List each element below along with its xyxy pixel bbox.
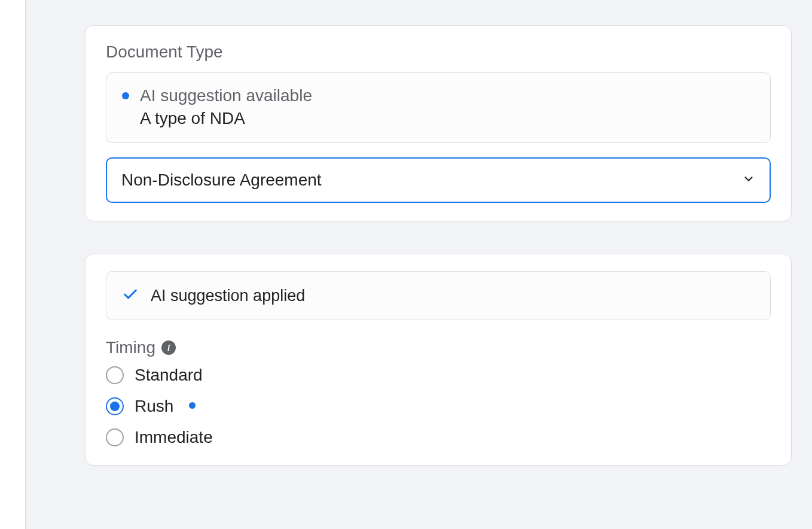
ai-suggestion-applied-text: AI suggestion applied bbox=[151, 287, 305, 305]
timing-card: AI suggestion applied Timing i StandardR… bbox=[85, 254, 792, 466]
radio-button-icon bbox=[106, 428, 124, 446]
document-type-value: Non-Disclosure Agreement bbox=[121, 171, 322, 190]
document-type-select[interactable]: Non-Disclosure Agreement bbox=[106, 157, 771, 203]
radio-inner-dot-icon bbox=[110, 402, 120, 411]
check-icon bbox=[122, 286, 139, 305]
timing-radio-standard[interactable]: Standard bbox=[106, 366, 771, 385]
radio-button-icon bbox=[106, 366, 124, 384]
document-type-label: Document Type bbox=[106, 42, 771, 62]
chevron-down-icon bbox=[742, 172, 755, 188]
timing-radio-immediate[interactable]: Immediate bbox=[106, 428, 771, 447]
timing-radio-group: StandardRushImmediate bbox=[106, 366, 771, 447]
info-icon[interactable]: i bbox=[161, 340, 176, 355]
radio-button-icon bbox=[106, 397, 124, 415]
radio-label: Immediate bbox=[135, 428, 213, 447]
page-bg: Document Type AI suggestion available A … bbox=[25, 0, 812, 529]
ai-suggestion-title: AI suggestion available bbox=[140, 86, 312, 105]
document-type-card: Document Type AI suggestion available A … bbox=[85, 25, 792, 221]
ai-suggestion-header-row: AI suggestion available bbox=[122, 86, 755, 105]
ai-suggestion-dot-icon bbox=[122, 92, 129, 99]
ai-indicator-dot-icon bbox=[189, 402, 196, 409]
form-content: Document Type AI suggestion available A … bbox=[85, 25, 792, 466]
timing-label-row: Timing i bbox=[106, 338, 771, 357]
timing-radio-rush[interactable]: Rush bbox=[106, 397, 771, 416]
ai-suggestion-box[interactable]: AI suggestion available A type of NDA bbox=[106, 72, 771, 143]
timing-label: Timing bbox=[106, 338, 155, 357]
radio-label: Rush bbox=[135, 397, 173, 416]
radio-label: Standard bbox=[135, 366, 203, 385]
ai-suggestion-applied-box[interactable]: AI suggestion applied bbox=[106, 271, 771, 320]
ai-suggestion-detail: A type of NDA bbox=[140, 109, 755, 128]
